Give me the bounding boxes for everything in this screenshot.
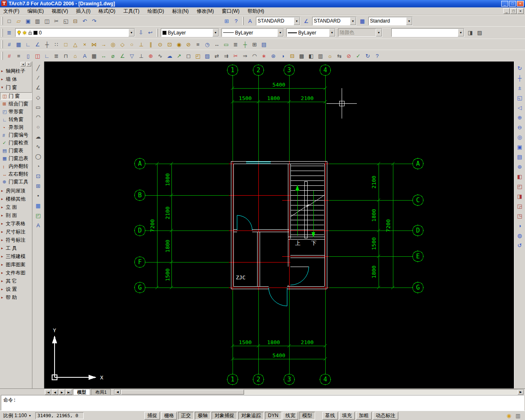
menu-modify[interactable]: 修改(M) — [193, 7, 217, 15]
dyn-toggle[interactable]: DYN — [265, 412, 281, 420]
mdi-restore-button[interactable]: □ — [510, 8, 517, 14]
revcloud-icon[interactable]: ☁ — [34, 132, 43, 142]
tarch-roof-icon[interactable]: ⌂ — [71, 51, 80, 61]
palette-group-door-window[interactable]: ▾ 门 窗 — [0, 83, 32, 91]
osnap-settings-icon[interactable]: ≡ — [193, 40, 203, 49]
baseline-toggle[interactable]: 基线 — [322, 412, 338, 420]
tarch-update-icon[interactable]: ↻ — [363, 51, 372, 61]
palette-group-library-pattern[interactable]: ▸ 图库图案 — [0, 260, 32, 269]
cut-icon[interactable]: ✂ — [52, 16, 61, 26]
palette-item-band-window[interactable]: ◰ 带形窗 — [0, 108, 32, 116]
plot-preview-icon[interactable]: ◫ — [42, 16, 52, 26]
tarch-help-icon[interactable]: ? — [372, 51, 382, 61]
snap-toggle-icon[interactable]: # — [5, 40, 14, 49]
zoom-window-icon[interactable]: ◱ — [515, 93, 525, 103]
tarch-toolbar-icon-a[interactable]: ◨ — [466, 28, 475, 37]
osnap-toggle[interactable]: 对象捕捉 — [212, 412, 237, 420]
paste-icon[interactable]: ⊟ — [71, 16, 80, 26]
tarch-offset-icon[interactable]: ⇉ — [221, 51, 231, 61]
bold-toggle[interactable]: 加粗 — [356, 412, 372, 420]
construction-line-icon[interactable]: ⁄ — [34, 73, 43, 82]
dim-style-dropdown[interactable]: STANDARD ▼ — [312, 17, 356, 25]
tarch-explode-icon[interactable]: ∗ — [259, 51, 269, 61]
toolbar-grip[interactable] — [2, 29, 3, 37]
toolbar-grip[interactable] — [242, 17, 244, 25]
point-icon[interactable]: • — [34, 191, 43, 201]
grid-toggle-icon[interactable]: ▦ — [14, 40, 23, 49]
menu-insert[interactable]: 插入(I) — [73, 7, 94, 15]
open-icon[interactable]: ▱ — [14, 16, 23, 26]
ortho-toggle-icon[interactable]: ∟ — [23, 40, 33, 49]
palette-group-help[interactable]: ▸ 帮 助 — [0, 293, 32, 301]
otrack-toggle[interactable]: 对象追踪 — [238, 412, 264, 420]
pan-icon[interactable]: ┼ — [515, 73, 525, 83]
osnap-extension-icon[interactable]: → — [99, 40, 108, 49]
menu-edit[interactable]: 编辑(E) — [24, 7, 47, 15]
polar-toggle-icon[interactable]: ∠ — [33, 40, 42, 49]
palette-item-corner-window[interactable]: ∟ 转角窗 — [0, 116, 32, 123]
osnap-perpendicular-icon[interactable]: ⊥ — [137, 40, 146, 49]
osnap-none-icon[interactable]: ⊘ — [184, 40, 193, 49]
palette-group-other[interactable]: ▸ 其 它 — [0, 277, 32, 285]
tarch-door-number-icon[interactable]: ◻ — [184, 51, 193, 61]
tarch-room-area-icon[interactable]: ◰ — [193, 51, 203, 61]
toolbar-lock-icon[interactable]: ▥ — [514, 412, 522, 419]
plot-icon[interactable]: ▥ — [33, 16, 42, 26]
tab-nav-first[interactable]: |◀ — [45, 389, 51, 395]
side-view-icon[interactable]: ◨ — [515, 192, 525, 201]
tarch-toolbar-icon-b[interactable]: ▨ — [475, 28, 484, 37]
zoom-all-icon[interactable]: ▣ — [515, 142, 525, 152]
ellipse-arc-icon[interactable]: ◔ — [34, 162, 43, 171]
tarch-elevation-symbol-icon[interactable]: ▽ — [127, 51, 137, 61]
menu-help[interactable]: 帮助(H) — [244, 7, 267, 15]
tarch-fillet-icon[interactable]: ◠ — [250, 51, 259, 61]
palette-item-flip-left-right[interactable]: ↔ 左右翻转 — [0, 170, 32, 178]
palette-item-shaped-opening[interactable]: ◔ 异形洞 — [0, 123, 32, 131]
palette-item-door-window-number[interactable]: # 门窗编号 — [0, 131, 32, 139]
hide-icon[interactable]: ◍ — [515, 231, 525, 240]
tarch-settings-icon[interactable]: ☼ — [325, 51, 335, 61]
polygon-icon[interactable]: ◇ — [34, 93, 43, 102]
tarch-hatch-icon[interactable]: ▨ — [203, 51, 212, 61]
osnap-endpoint-icon[interactable]: □ — [61, 40, 71, 49]
osnap-tangent-icon[interactable]: ○ — [127, 40, 137, 49]
palette-collapse-button[interactable]: ◂ — [21, 62, 25, 66]
close-button[interactable]: × — [517, 1, 524, 7]
redo-icon[interactable]: ↷ — [89, 16, 99, 26]
tarch-wall-icon[interactable]: ≡ — [14, 51, 23, 61]
tab-nav-next[interactable]: ▶ — [59, 389, 65, 395]
grid-toggle[interactable]: 栅格 — [161, 412, 177, 420]
tarch-break-line-icon[interactable]: ∿ — [155, 51, 165, 61]
insert-block-icon[interactable]: ⊡ — [34, 171, 43, 181]
menu-dimension[interactable]: 标注(N) — [169, 7, 192, 15]
polyline-icon[interactable]: ∠ — [34, 83, 43, 92]
make-block-icon[interactable]: ⊞ — [34, 181, 43, 191]
tarch-stair-icon[interactable]: ≣ — [52, 51, 61, 61]
tarch-render-icon[interactable]: ◑ — [278, 51, 288, 61]
palette-group-section[interactable]: ▸ 剖 面 — [0, 211, 32, 219]
palette-group-room-roof[interactable]: ▸ 房间屋顶 — [0, 187, 32, 195]
tarch-door-window-icon[interactable]: ◫ — [33, 51, 42, 61]
zoom-out-icon[interactable]: ⊖ — [515, 123, 525, 132]
dynamic-dim-toggle[interactable]: 动态标注 — [373, 412, 398, 420]
mdi-close-button[interactable]: × — [517, 8, 524, 14]
spline-icon[interactable]: ∿ — [34, 142, 43, 151]
tarch-trim-icon[interactable]: ✂ — [231, 51, 240, 61]
clock-icon[interactable]: ◷ — [203, 40, 212, 49]
tab-nav-prev[interactable]: ◀ — [52, 389, 58, 395]
hatch-icon[interactable]: ▦ — [34, 201, 43, 210]
dropdown-arrow-icon[interactable]: ▼ — [350, 17, 356, 25]
tarch-section-symbol-icon[interactable]: ⊥ — [137, 51, 146, 61]
osnap-temp-track-icon[interactable]: ┼ — [42, 40, 52, 49]
dropdown-arrow-icon[interactable]: ▼ — [329, 29, 335, 37]
tarch-rev-cloud-icon[interactable]: ☁ — [165, 51, 174, 61]
block-editor-icon[interactable]: ⊞ — [222, 16, 231, 26]
horizontal-scrollbar[interactable]: ◀ ▶ — [114, 389, 524, 395]
osnap-insert-icon[interactable]: ⊡ — [165, 40, 174, 49]
line-icon[interactable]: ╱ — [34, 63, 43, 73]
calculator-icon[interactable]: ⊞ — [250, 40, 259, 49]
palette-close-button[interactable]: × — [26, 62, 31, 66]
osnap-apparent-intersection-icon[interactable]: ⋈ — [89, 40, 99, 49]
make-object-layer-current-icon[interactable]: ⇩ — [136, 28, 146, 37]
palette-group-wall[interactable]: ▸ 墙 体 — [0, 75, 32, 83]
